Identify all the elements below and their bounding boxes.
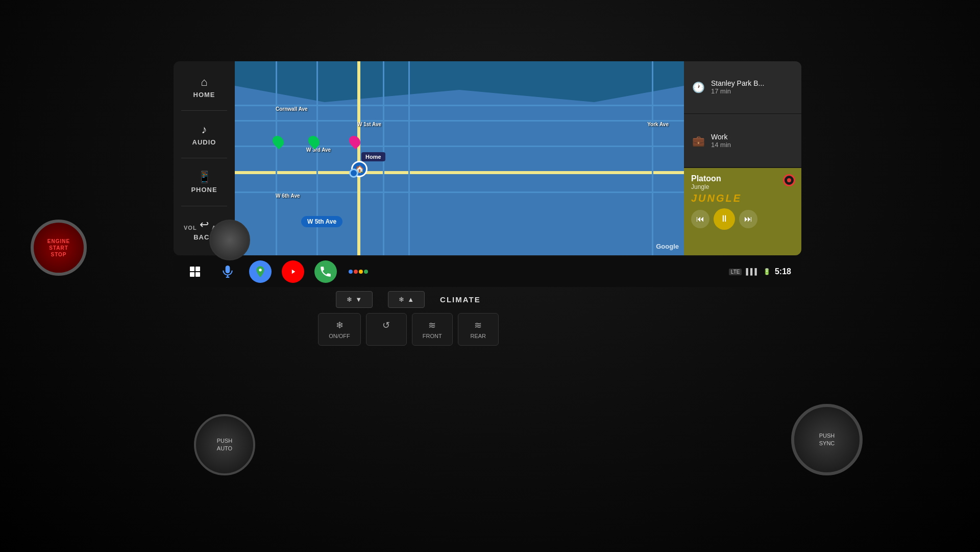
sidebar-item-home[interactable]: ⌂ HOME: [174, 69, 235, 105]
audio-icon: ♪: [202, 123, 207, 136]
app-icons: [184, 260, 370, 283]
dot-yellow: [359, 270, 363, 274]
cornwall-label: Cornwall Ave: [276, 106, 308, 112]
phone-label: PHONE: [191, 186, 217, 194]
front-defrost-icon: ≋: [428, 320, 436, 331]
dot-blue: [349, 270, 353, 274]
work-info: Work 14 min: [711, 133, 731, 149]
home-label: HOME: [193, 91, 215, 99]
fan-onoff-icon: ❄: [336, 320, 344, 331]
vine-st: [276, 61, 277, 255]
nav-divider-1: [181, 110, 227, 111]
recirculate-button[interactable]: ↺: [366, 313, 407, 346]
record-inner: [787, 178, 791, 182]
svg-rect-1: [195, 267, 200, 271]
status-time: 5:18: [775, 267, 791, 276]
work-destination-time: 14 min: [711, 141, 731, 149]
v3: [357, 61, 360, 255]
music-controls: ⏮ ⏸ ⏭: [691, 208, 794, 230]
left-climate-dial[interactable]: PUSH AUTO: [194, 414, 255, 475]
left-dial-push: PUSH: [217, 437, 233, 445]
work-destination-name: Work: [711, 133, 731, 141]
engine-start-button[interactable]: ENGINE START STOP: [31, 220, 87, 276]
fan-down-button[interactable]: ❄ ▼: [336, 291, 373, 308]
fan-onoff-label: ON/OFF: [329, 333, 350, 339]
svg-rect-0: [190, 267, 194, 271]
apps-grid-button[interactable]: [184, 260, 206, 283]
fan-onoff-button[interactable]: ❄ ON/OFF: [318, 313, 361, 346]
w6th-ave: [235, 191, 684, 193]
w5th-ave: [235, 171, 684, 174]
infotainment-screen: ⌂ HOME ♪ AUDIO 📱 PHONE ↩ BACK: [174, 61, 801, 255]
work-card[interactable]: 💼 Work 14 min: [684, 114, 801, 167]
vol-knob[interactable]: [209, 220, 250, 260]
track-artist: Jungle: [691, 183, 794, 190]
home-location-label: Home: [361, 152, 385, 161]
next-button[interactable]: ⏭: [739, 210, 757, 228]
track-title: Platoon: [691, 174, 794, 183]
w3rd-label: W 3rd Ave: [306, 147, 331, 153]
left-dial-auto: AUTO: [217, 445, 232, 452]
pause-button[interactable]: ⏸: [714, 208, 735, 230]
voice-button[interactable]: [216, 260, 239, 283]
battery-icon: 🔋: [763, 268, 771, 275]
fan-icon: ❄: [347, 296, 352, 303]
map-canvas: Cornwall Ave W 1st Ave W 3rd Ave W 6th A…: [235, 61, 684, 255]
stanley-park-name: Stanley Park B...: [711, 79, 764, 87]
phone-icon: 📱: [198, 171, 211, 184]
back-icon: ↩: [200, 218, 209, 231]
stanley-park-time: 17 min: [711, 87, 764, 95]
v5: [408, 61, 410, 255]
right-climate-dial[interactable]: PUSH SYNC: [791, 404, 863, 475]
right-dial-push: PUSH: [819, 432, 835, 440]
dot-green: [364, 270, 368, 274]
assistant-button[interactable]: [347, 260, 370, 283]
info-panels: 🕐 Stanley Park B... 17 min 💼 Work 14 min…: [684, 61, 801, 255]
lte-indicator: LTE: [729, 269, 742, 275]
g-dots: [349, 270, 368, 274]
stanley-park-card[interactable]: 🕐 Stanley Park B... 17 min: [684, 61, 801, 113]
fan-down-arrow: ▼: [355, 296, 362, 303]
w3rd-ave: [235, 146, 684, 147]
status-bar: LTE ▌▌▌ 🔋 5:18: [729, 267, 791, 276]
briefcase-icon: 💼: [692, 135, 705, 147]
svg-rect-2: [190, 272, 194, 277]
prev-button[interactable]: ⏮: [691, 210, 709, 228]
home-icon: ⌂: [201, 76, 207, 89]
york-label: York Ave: [647, 122, 669, 127]
signal-icon: ▌▌▌: [746, 268, 759, 275]
map-area[interactable]: Cornwall Ave W 1st Ave W 3rd Ave W 6th A…: [235, 61, 684, 255]
climate-buttons: ❄ ON/OFF ↺ ≋ FRONT ≋ REAR: [235, 313, 582, 346]
record-icon: [783, 174, 795, 186]
clock-icon: 🕐: [692, 81, 705, 93]
rear-defrost-label: REAR: [471, 333, 486, 339]
fan-up-icon: ❄: [399, 296, 404, 303]
jungle-logo: JUNGLE: [691, 193, 794, 204]
youtube-button[interactable]: [282, 260, 304, 283]
fan-up-button[interactable]: ❄ ▲: [388, 291, 425, 308]
engine-start-label: START: [49, 245, 68, 251]
google-watermark: Google: [656, 243, 679, 250]
sidebar-item-audio[interactable]: ♪ AUDIO: [174, 117, 235, 152]
right-dial-sync: SYNC: [819, 440, 835, 447]
nav-divider-3: [181, 206, 227, 206]
stanley-park-info: Stanley Park B... 17 min: [711, 79, 764, 95]
maps-button[interactable]: [249, 260, 272, 283]
climate-label: CLIMATE: [440, 295, 481, 304]
phone-button[interactable]: [314, 260, 337, 283]
engine-text: ENGINE: [47, 238, 70, 245]
current-location-dot: [349, 169, 358, 178]
bottom-app-bar: LTE ▌▌▌ 🔋 5:18: [174, 256, 801, 287]
audio-label: AUDIO: [192, 138, 216, 146]
engine-stop-label: STOP: [51, 251, 66, 258]
sidebar-item-phone[interactable]: 📱 PHONE: [174, 164, 235, 200]
front-defrost-button[interactable]: ≋ FRONT: [412, 313, 453, 346]
svg-point-4: [259, 269, 261, 271]
rear-defrost-icon: ≋: [474, 320, 482, 331]
w1st-ave: [235, 120, 684, 122]
nav-divider-2: [181, 158, 227, 158]
rear-defrost-button[interactable]: ≋ REAR: [458, 313, 499, 346]
w6th-label: W 6th Ave: [276, 193, 300, 199]
fan-up-arrow: ▲: [407, 296, 414, 303]
music-card[interactable]: Platoon Jungle JUNGLE ⏮ ⏸ ⏭: [684, 168, 801, 256]
